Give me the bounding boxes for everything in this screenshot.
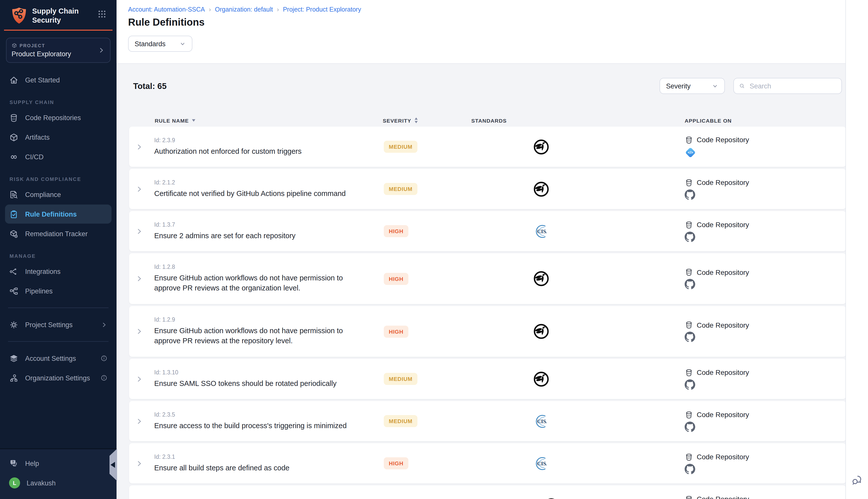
table-row[interactable]: Id: 2.3.1Ensure all build steps are defi… bbox=[129, 443, 846, 484]
infinity-icon bbox=[9, 152, 18, 162]
column-rule-name[interactable]: RULE NAME bbox=[149, 117, 375, 123]
github-provider-icon bbox=[685, 464, 695, 474]
column-severity[interactable]: SEVERITY bbox=[375, 117, 481, 124]
sidebar-item-project-settings[interactable]: Project Settings bbox=[5, 315, 112, 334]
table-row[interactable]: Id: 1.2.8Ensure GitHub action workflows … bbox=[129, 253, 846, 304]
table-header: RULE NAME SEVERITY STANDARDS APPLICABLE … bbox=[129, 112, 846, 123]
user-menu[interactable]: L Lavakush bbox=[5, 473, 112, 492]
sidebar-item-code-repositories[interactable]: Code Repositories bbox=[5, 108, 112, 127]
expand-chevron-icon[interactable] bbox=[129, 143, 149, 150]
severity-badge: MEDIUM bbox=[384, 415, 418, 427]
summary-bar: Total: 65 Severity bbox=[133, 78, 842, 94]
rule-id: Id: 2.3.5 bbox=[154, 411, 363, 417]
collapse-arrow-icon bbox=[111, 462, 115, 468]
applicable-label: Code Repository bbox=[697, 368, 749, 376]
severity-badge: HIGH bbox=[384, 325, 408, 338]
toolbar: Standards bbox=[128, 36, 838, 52]
box-wrench-icon bbox=[9, 229, 18, 239]
content-area: Total: 65 Severity RULE NAME bbox=[116, 64, 868, 499]
severity-badge: MEDIUM bbox=[384, 373, 418, 385]
applicable-label: Code Repository bbox=[697, 136, 749, 144]
column-standards: STANDARDS bbox=[481, 112, 497, 129]
gear-icon bbox=[9, 320, 18, 330]
github-provider-icon bbox=[685, 379, 695, 390]
help-chat-icon: ? bbox=[9, 459, 18, 468]
filters: Severity bbox=[659, 78, 842, 94]
project-selector[interactable]: PROJECT Product Exploratory bbox=[6, 38, 111, 63]
code-repository-icon bbox=[685, 452, 693, 461]
breadcrumb-account[interactable]: Account: Automation-SSCA bbox=[128, 6, 205, 13]
user-name: Lavakush bbox=[27, 479, 56, 487]
applicable-label: Code Repository bbox=[697, 321, 749, 329]
sidebar-item-remediation-tracker[interactable]: Remediation Tracker bbox=[5, 224, 112, 243]
expand-chevron-icon[interactable] bbox=[129, 185, 149, 193]
expand-chevron-icon[interactable] bbox=[129, 227, 149, 235]
severity-dropdown[interactable]: Severity bbox=[659, 78, 725, 94]
search-icon bbox=[739, 82, 745, 89]
apps-grid-icon[interactable] bbox=[97, 10, 107, 19]
sidebar-item-compliance[interactable]: Compliance bbox=[5, 185, 112, 204]
applicable-label: Code Repository bbox=[697, 453, 749, 461]
severity-badge: HIGH bbox=[384, 272, 408, 285]
breadcrumb-project[interactable]: Project: Product Exploratory bbox=[283, 6, 361, 13]
table-row[interactable]: Id: 1.3.7Ensure 2 admins are set for eac… bbox=[129, 211, 846, 251]
breadcrumb-separator: › bbox=[209, 6, 211, 13]
table-row[interactable]: Id: 1.1.9 HIGH Code Repository bbox=[129, 485, 846, 499]
severity-badge: MEDIUM bbox=[384, 183, 418, 195]
sidebar-item-cicd[interactable]: CI/CD bbox=[5, 147, 112, 167]
project-name: Product Exploratory bbox=[12, 50, 98, 58]
rule-name: Ensure all build steps are defined as co… bbox=[154, 463, 363, 473]
rule-name: Ensure SAML SSO tokens should be rotated… bbox=[154, 379, 363, 388]
section-label-supply-chain: SUPPLY CHAIN bbox=[10, 100, 112, 105]
table-row[interactable]: Id: 1.2.9Ensure GitHub action workflows … bbox=[129, 306, 846, 357]
expand-chevron-icon[interactable] bbox=[129, 328, 149, 335]
project-label: PROJECT bbox=[12, 43, 98, 48]
rule-id: Id: 1.2.9 bbox=[154, 317, 363, 323]
sort-desc-icon bbox=[191, 119, 196, 122]
expand-chevron-icon[interactable] bbox=[129, 275, 149, 282]
avatar: L bbox=[9, 477, 20, 488]
sidebar-item-help[interactable]: ? Help bbox=[5, 454, 112, 473]
code-repository-icon bbox=[685, 368, 693, 377]
owasp-standard-icon bbox=[533, 138, 549, 155]
cis-standard-icon bbox=[533, 455, 549, 472]
expand-chevron-icon[interactable] bbox=[129, 375, 149, 383]
info-icon[interactable] bbox=[100, 355, 108, 362]
chat-support-icon[interactable] bbox=[851, 474, 863, 486]
table-row[interactable]: Id: 2.3.9Authorization not enforced for … bbox=[129, 126, 846, 167]
standards-dropdown[interactable]: Standards bbox=[128, 36, 193, 52]
clipboard-check-icon bbox=[9, 209, 18, 219]
sidebar-item-organization-settings[interactable]: Organization Settings bbox=[5, 369, 112, 388]
section-label-manage: MANAGE bbox=[10, 254, 112, 259]
severity-badge: HIGH bbox=[384, 225, 408, 237]
total-count: Total: 65 bbox=[133, 81, 166, 91]
table-row[interactable]: Id: 1.3.10Ensure SAML SSO tokens should … bbox=[129, 359, 846, 399]
owasp-standard-icon bbox=[533, 270, 549, 287]
expand-chevron-icon[interactable] bbox=[129, 417, 149, 425]
column-applicable-on: APPLICABLE ON bbox=[601, 117, 846, 123]
code-repository-icon bbox=[685, 135, 693, 144]
github-provider-icon bbox=[685, 421, 695, 432]
code-repository-icon bbox=[685, 178, 693, 187]
sidebar-item-get-started[interactable]: Get Started bbox=[5, 71, 112, 90]
applicable-label: Code Repository bbox=[697, 221, 749, 229]
sidebar-nav: Get Started SUPPLY CHAIN Code Repositori… bbox=[0, 65, 116, 449]
expand-chevron-icon[interactable] bbox=[129, 460, 149, 467]
severity-badge: HIGH bbox=[384, 457, 408, 469]
breadcrumb-organization[interactable]: Organization: default bbox=[215, 6, 273, 13]
sidebar-item-account-settings[interactable]: Account Settings bbox=[5, 349, 112, 368]
layers-gear-icon bbox=[9, 354, 18, 363]
sidebar-item-artifacts[interactable]: Artifacts bbox=[5, 128, 112, 147]
table-row[interactable]: Id: 2.3.5Ensure access to the build proc… bbox=[129, 401, 846, 441]
table-row[interactable]: Id: 2.1.2Certificate not verified by Git… bbox=[129, 169, 846, 209]
sidebar-item-rule-definitions[interactable]: Rule Definitions bbox=[5, 205, 112, 224]
applicable-label: Code Repository bbox=[697, 411, 749, 418]
info-icon[interactable] bbox=[100, 375, 108, 382]
sidebar-item-integrations[interactable]: Integrations bbox=[5, 262, 112, 281]
right-rail bbox=[845, 0, 868, 499]
sidebar-item-pipelines[interactable]: Pipelines bbox=[5, 282, 112, 301]
rule-id: Id: 1.3.10 bbox=[154, 369, 363, 375]
applicable-label: Code Repository bbox=[697, 495, 749, 499]
search-input[interactable] bbox=[749, 82, 836, 90]
code-repository-icon bbox=[685, 410, 693, 419]
